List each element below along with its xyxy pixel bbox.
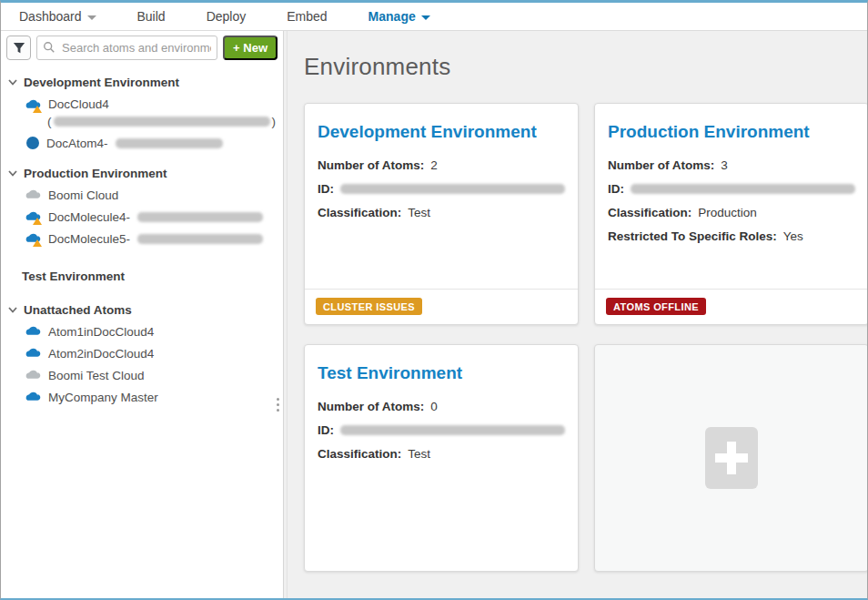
field-classification: Classification:Production [608, 204, 855, 221]
tree-group-label: Test Environment [22, 269, 125, 283]
cloud-blue-icon [25, 391, 41, 403]
redacted-id [340, 184, 565, 194]
tree-item-docmolecule5[interactable]: DocMolecule5- [8, 228, 276, 249]
environment-cards-grid: Development Environment Number of Atoms:… [304, 103, 854, 572]
field-id: ID: [318, 180, 565, 198]
cloud-warning-icon [25, 210, 41, 223]
card-title-link[interactable]: Production Environment [608, 122, 855, 142]
search-field-wrap [36, 36, 217, 60]
cloud-warning-icon [25, 232, 41, 245]
tree-item-docmolecule4[interactable]: DocMolecule4- [8, 206, 276, 228]
card-title-link[interactable]: Test Environment [318, 363, 565, 383]
environment-tree: Development Environment DocCloud4 ( ) [1, 65, 283, 408]
cloud-blue-icon [25, 325, 41, 338]
filter-button[interactable] [6, 36, 31, 60]
atom-online-icon [26, 137, 39, 149]
tree-item-label: Boomi Test Cloud [48, 369, 145, 382]
cloud-gray-icon [25, 188, 41, 201]
field-restricted-roles: Restricted To Specific Roles:Yes [608, 228, 855, 245]
redacted-id [631, 184, 855, 194]
nav-item-label: Build [137, 9, 166, 24]
chevron-down-icon [8, 307, 17, 313]
field-classification: Classification:Test [318, 204, 565, 221]
nav-item-label: Manage [368, 9, 416, 24]
warning-icon [33, 218, 42, 225]
tree-group-label: Production Environment [24, 167, 167, 180]
nav-item-label: Dashboard [19, 9, 82, 24]
tree-item-label: DocCloud4 [48, 97, 109, 111]
tree-group-label: Unattached Atoms [24, 303, 132, 317]
status-badge-atoms-offline: ATOMS OFFLINE [606, 298, 706, 315]
redacted-id [116, 138, 223, 148]
tree-item-mycompany-master[interactable]: MyCompany Master [8, 386, 276, 408]
sidebar-resize-splitter[interactable] [283, 31, 288, 598]
tree-group-label: Development Environment [24, 76, 179, 89]
plus-icon[interactable] [705, 427, 758, 489]
field-classification: Classification:Test [318, 445, 565, 463]
tree-item-boomi-test-cloud[interactable]: Boomi Test Cloud [8, 364, 276, 386]
tree-item-boomi-cloud[interactable]: Boomi Cloud [8, 184, 276, 206]
nav-item-deploy[interactable]: Deploy [207, 9, 247, 24]
warning-icon [33, 239, 42, 247]
status-badge-cluster-issues: CLUSTER ISSUES [316, 298, 422, 315]
field-id: ID: [318, 422, 565, 439]
paren-close: ) [272, 115, 277, 128]
tree-group-development-environment[interactable]: Development Environment [8, 76, 276, 89]
cloud-warning-icon [25, 98, 41, 111]
tree-group-unattached-atoms[interactable]: Unattached Atoms [8, 303, 276, 317]
nav-item-manage[interactable]: Manage [368, 9, 430, 24]
redacted-id [340, 425, 565, 435]
top-nav: Dashboard Build Deploy Embed Manage [1, 3, 867, 31]
add-environment-card[interactable] [594, 344, 867, 572]
tree-item-label: MyCompany Master [48, 391, 158, 404]
tree-item-label: DocMolecule5- [48, 232, 130, 246]
tree-item-atom1indoccloud4[interactable]: Atom1inDocCloud4 [8, 320, 276, 342]
cloud-gray-icon [25, 369, 41, 381]
app-window: Dashboard Build Deploy Embed Manage [0, 0, 868, 600]
redacted-id [54, 117, 270, 127]
environment-card-development[interactable]: Development Environment Number of Atoms:… [304, 103, 579, 325]
tree-item-label: Atom1inDocCloud4 [48, 325, 154, 339]
tree-group-test-environment[interactable]: Test Environment [8, 269, 276, 283]
redacted-id [137, 212, 263, 222]
chevron-down-icon [87, 15, 96, 20]
chevron-down-icon [8, 170, 17, 177]
field-number-of-atoms: Number of Atoms:2 [318, 157, 565, 174]
chevron-down-icon [421, 15, 430, 20]
cloud-blue-icon [25, 347, 41, 360]
drag-handle-icon[interactable] [277, 398, 279, 412]
field-id: ID: [608, 180, 855, 198]
environment-card-production[interactable]: Production Environment Number of Atoms:3… [594, 103, 867, 325]
field-number-of-atoms: Number of Atoms:3 [608, 157, 855, 174]
search-icon [43, 41, 56, 54]
chevron-down-icon [8, 79, 17, 86]
tree-item-doccloud4-id: ( ) [8, 115, 276, 132]
nav-item-label: Deploy [207, 9, 247, 24]
nav-item-dashboard[interactable]: Dashboard [19, 9, 96, 24]
environments-main-panel: Environments Development Environment Num… [288, 31, 867, 598]
tree-group-production-environment[interactable]: Production Environment [8, 167, 276, 180]
funnel-icon [13, 42, 25, 55]
tree-item-label: Atom2inDocCloud4 [48, 347, 154, 361]
field-number-of-atoms: Number of Atoms:0 [318, 398, 565, 415]
sidebar-search-row: + New [1, 31, 283, 65]
page-title: Environments [304, 53, 854, 81]
nav-item-build[interactable]: Build [137, 9, 166, 24]
nav-item-label: Embed [287, 9, 327, 24]
warning-icon [33, 106, 42, 113]
environments-sidebar: + New Development Environment DocCloud4 [1, 31, 283, 598]
tree-item-doccloud4[interactable]: DocCloud4 [8, 93, 276, 115]
environment-card-test[interactable]: Test Environment Number of Atoms:0 ID: C… [304, 344, 579, 572]
card-title-link[interactable]: Development Environment [318, 122, 565, 142]
nav-item-embed[interactable]: Embed [287, 9, 327, 24]
redacted-id [137, 234, 263, 244]
tree-item-label: DocMolecule4- [48, 210, 130, 224]
tree-item-label: DocAtom4- [46, 137, 108, 150]
new-environment-button[interactable]: + New [223, 36, 278, 60]
paren-open: ( [47, 115, 52, 128]
tree-item-atom2indoccloud4[interactable]: Atom2inDocCloud4 [8, 342, 276, 364]
tree-item-docatom4[interactable]: DocAtom4- [8, 132, 276, 154]
tree-item-label: Boomi Cloud [48, 188, 118, 202]
search-input[interactable] [36, 36, 217, 60]
